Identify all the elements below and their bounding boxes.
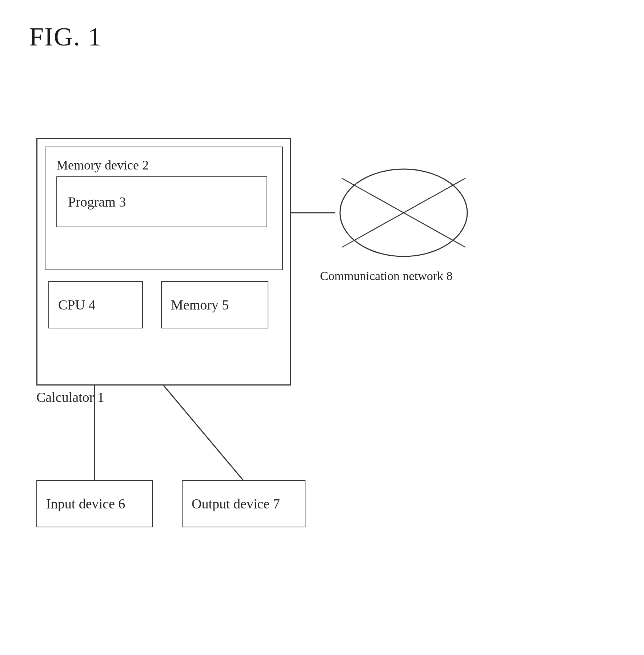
output-device-label: Output device 7 xyxy=(192,496,280,512)
memory5-box: Memory 5 xyxy=(161,281,268,328)
cpu-box: CPU 4 xyxy=(48,281,143,328)
output-device-box: Output device 7 xyxy=(182,480,305,527)
calculator-label: Calculator 1 xyxy=(36,389,104,405)
network-label: Communication network 8 xyxy=(320,269,453,283)
program-label: Program 3 xyxy=(68,194,126,210)
diagram-area: Memory device 2 Program 3 CPU 4 Memory 5… xyxy=(22,95,622,633)
program-box: Program 3 xyxy=(56,176,267,227)
memory-device-box: Memory device 2 Program 3 xyxy=(45,147,283,270)
network-ellipse-container xyxy=(335,164,473,262)
svg-line-2 xyxy=(164,386,244,481)
input-device-label: Input device 6 xyxy=(46,496,125,512)
network-ellipse-svg xyxy=(335,164,473,262)
input-device-box: Input device 6 xyxy=(36,480,153,527)
memory-device-label: Memory device 2 xyxy=(56,157,149,173)
calculator-box: Memory device 2 Program 3 CPU 4 Memory 5 xyxy=(36,138,291,386)
cpu-label: CPU 4 xyxy=(58,297,95,313)
page-title: FIG. 1 xyxy=(29,22,102,52)
memory5-label: Memory 5 xyxy=(171,297,229,313)
